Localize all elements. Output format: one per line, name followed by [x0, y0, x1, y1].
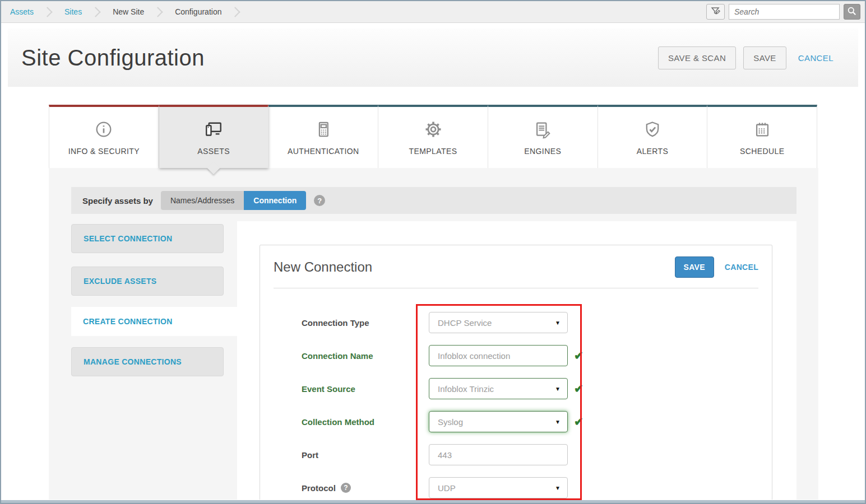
header-actions: SAVE & SCAN SAVE CANCEL — [658, 46, 833, 69]
validation-check-icon: ✔ — [574, 382, 583, 395]
breadcrumb: AssetsSitesNew SiteConfiguration — [1, 1, 865, 23]
field-label: Protocol — [302, 483, 336, 493]
form-row-connection-type: Connection TypeDHCP Service▼ — [260, 312, 772, 333]
sidebar-item-manage-connections[interactable]: MANAGE CONNECTIONS — [71, 347, 224, 376]
tab-label: ALERTS — [637, 147, 669, 156]
filter-pencil-icon — [710, 5, 722, 19]
select-value: DHCP Service — [438, 318, 555, 328]
new-connection-title: New Connection — [274, 259, 372, 275]
tab-schedule[interactable]: SCHEDULE — [707, 105, 817, 168]
field-label-wrap: Event Source — [302, 384, 429, 394]
form-row-event-source: Event SourceInfoblox Trinzic▼✔ — [260, 378, 772, 399]
protocol-select[interactable]: UDP▼ — [429, 477, 568, 498]
site-configuration-window: AssetsSitesNew SiteConfiguration Site Co… — [0, 0, 866, 504]
magnifier-icon — [846, 6, 858, 18]
form-row-collection-method: Collection MethodSyslog▼✔ — [260, 411, 772, 432]
info-icon — [94, 119, 113, 139]
field-label: Collection Method — [302, 417, 374, 427]
assets-icon — [203, 119, 224, 139]
toggle-names-addresses[interactable]: Names/Addresses — [161, 191, 244, 210]
breadcrumb-items: AssetsSitesNew SiteConfiguration — [10, 7, 252, 16]
help-icon[interactable]: ? — [314, 195, 325, 206]
port-input[interactable] — [429, 444, 568, 465]
search-input[interactable] — [729, 4, 840, 20]
select-value: Syslog — [438, 417, 555, 427]
tab-authentication[interactable]: AUTHENTICATION — [268, 105, 378, 168]
schedule-icon — [753, 119, 772, 139]
field-label-wrap: Protocol? — [302, 483, 429, 493]
tab-engines[interactable]: ENGINES — [488, 105, 598, 168]
tab-label: TEMPLATES — [409, 147, 457, 156]
specify-assets-toggle: Names/Addresses Connection — [161, 191, 306, 210]
field-label: Connection Name — [302, 351, 373, 361]
tab-label: INFO & SECURITY — [68, 147, 140, 156]
form-row-protocol: Protocol?UDP▼ — [260, 477, 772, 498]
connection-name-input[interactable] — [429, 345, 568, 366]
breadcrumb-item-new-site[interactable]: New Site — [113, 7, 144, 16]
templates-icon — [423, 119, 443, 139]
field-label: Event Source — [302, 384, 355, 394]
new-connection-actions: SAVE CANCEL — [675, 256, 758, 278]
select-value: Infoblox Trinzic — [438, 384, 555, 394]
new-connection-form: Connection TypeDHCP Service▼Connection N… — [260, 312, 772, 498]
filter-button[interactable] — [706, 4, 725, 20]
connection-type-select[interactable]: DHCP Service▼ — [429, 312, 568, 333]
tab-label: SCHEDULE — [740, 147, 784, 156]
topbar-search-area — [706, 4, 860, 20]
form-row-connection-name: Connection Name✔ — [260, 345, 772, 366]
alerts-icon — [643, 119, 662, 139]
connection-save-button[interactable]: SAVE — [675, 256, 714, 278]
select-value: UDP — [438, 483, 555, 493]
validation-check-icon: ✔ — [574, 349, 583, 362]
save-and-scan-button[interactable]: SAVE & SCAN — [658, 46, 736, 69]
field-label: Port — [302, 450, 318, 460]
form-row-port: Port — [260, 444, 772, 465]
authentication-icon — [314, 119, 333, 139]
sidebar-item-create-connection[interactable]: CREATE CONNECTION — [71, 307, 237, 336]
chevron-down-icon: ▼ — [555, 419, 561, 425]
validation-check-icon: ✔ — [574, 415, 583, 428]
tab-alerts[interactable]: ALERTS — [598, 105, 708, 168]
engines-icon — [533, 119, 552, 139]
chevron-down-icon: ▼ — [555, 485, 561, 491]
new-connection-card: New Connection SAVE CANCEL Connection Ty… — [260, 245, 772, 500]
chevron-down-icon: ▼ — [555, 320, 561, 326]
assets-tab-content: Specify assets by Names/Addresses Connec… — [49, 168, 818, 500]
tab-info-security[interactable]: INFO & SECURITY — [49, 105, 159, 168]
tab-label: ASSETS — [197, 147, 230, 156]
chevron-right-icon — [230, 7, 240, 17]
new-connection-header: New Connection SAVE CANCEL — [260, 245, 772, 288]
tab-label: ENGINES — [524, 147, 561, 156]
collection-method-select[interactable]: Syslog▼ — [429, 411, 568, 432]
sidebar-item-exclude-assets[interactable]: EXCLUDE ASSETS — [71, 267, 224, 296]
breadcrumb-item-sites[interactable]: Sites — [64, 7, 82, 16]
event-source-select[interactable]: Infoblox Trinzic▼ — [429, 378, 568, 399]
save-button[interactable]: SAVE — [743, 46, 786, 69]
toggle-connection[interactable]: Connection — [244, 191, 306, 210]
field-label: Connection Type — [302, 318, 369, 328]
tab-assets[interactable]: ASSETS — [159, 105, 269, 168]
page-title: Site Configuration — [21, 45, 205, 71]
divider — [274, 288, 758, 288]
field-label-wrap: Connection Type — [302, 318, 429, 328]
connection-cancel-link[interactable]: CANCEL — [725, 263, 758, 272]
create-connection-panel: New Connection SAVE CANCEL Connection Ty… — [237, 221, 796, 500]
sidebar-item-select-connection[interactable]: SELECT CONNECTION — [71, 224, 224, 253]
tab-templates[interactable]: TEMPLATES — [378, 105, 488, 168]
search-button[interactable] — [844, 4, 860, 20]
chevron-right-icon — [42, 7, 52, 17]
configuration-tabs: INFO & SECURITYASSETSAUTHENTICATIONTEMPL… — [49, 105, 817, 168]
chevron-right-icon — [152, 7, 163, 17]
tab-label: AUTHENTICATION — [288, 147, 359, 156]
chevron-down-icon: ▼ — [555, 386, 561, 392]
field-label-wrap: Connection Name — [302, 351, 429, 361]
help-icon[interactable]: ? — [341, 483, 351, 493]
chevron-right-icon — [90, 7, 100, 17]
breadcrumb-item-assets[interactable]: Assets — [10, 7, 34, 16]
breadcrumb-item-configuration: Configuration — [175, 7, 221, 16]
cancel-link[interactable]: CANCEL — [798, 53, 833, 63]
field-label-wrap: Collection Method — [302, 417, 429, 427]
specify-assets-bar: Specify assets by Names/Addresses Connec… — [71, 187, 796, 214]
specify-assets-label: Specify assets by — [82, 196, 153, 206]
field-label-wrap: Port — [302, 450, 429, 460]
